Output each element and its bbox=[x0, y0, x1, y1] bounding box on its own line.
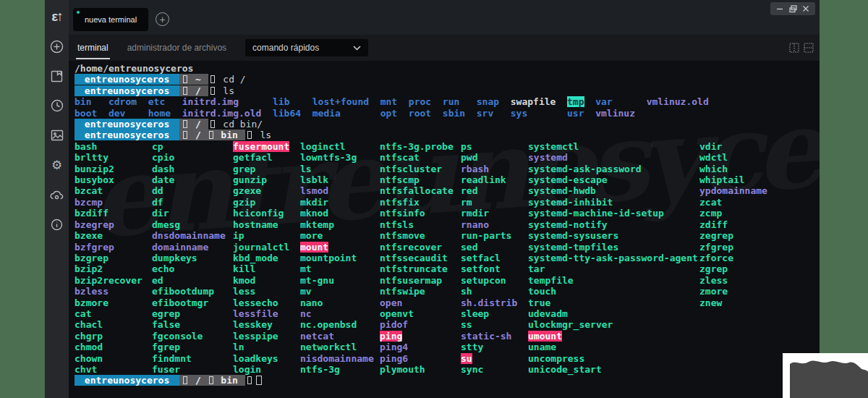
bin-entry: nc.openbsd bbox=[300, 319, 357, 330]
bin-cell: ntfs-3g.probe bbox=[380, 141, 461, 152]
bin-cell: findmnt bbox=[152, 353, 233, 364]
bin-cell: gzip bbox=[233, 197, 300, 208]
bin-entry: red bbox=[461, 185, 477, 196]
bin-entry: ping6 bbox=[380, 353, 408, 364]
bin-cell: zcmp bbox=[699, 208, 820, 219]
ls-entry: snap bbox=[477, 96, 499, 107]
bin-cell bbox=[699, 342, 820, 352]
bin-entry: ps bbox=[461, 141, 472, 152]
bin-entry: unicode_start bbox=[528, 364, 602, 375]
quick-commands-dropdown[interactable]: comando rápidos bbox=[245, 39, 368, 56]
bin-cell: bzcat bbox=[75, 185, 152, 196]
toolbar-tab-file-manager[interactable]: administrador de archivos bbox=[127, 43, 226, 53]
missing-glyph-box bbox=[209, 376, 213, 384]
main-column: nueva terminal + terminal administrador … bbox=[69, 0, 820, 398]
ls-entry: run bbox=[443, 96, 459, 107]
bin-cell: rmdir bbox=[461, 208, 528, 219]
bin-entry: zgrep bbox=[699, 263, 728, 274]
bin-entry: zforce bbox=[699, 253, 733, 263]
bin-cell: bzcmp bbox=[75, 197, 152, 208]
bin-cell: loginctl bbox=[300, 141, 380, 152]
bin-entry: kmod bbox=[233, 275, 255, 286]
bin-entry: systemd-notify bbox=[528, 219, 608, 230]
bin-cell: nisdomainname bbox=[300, 353, 380, 364]
bin-entry: systemd-tty-ask-password-agent bbox=[528, 253, 698, 263]
bin-cell: dumpkeys bbox=[152, 253, 233, 263]
bin-cell: bzdiff bbox=[75, 208, 152, 219]
missing-glyph-box bbox=[183, 376, 187, 384]
bin-entry: umount bbox=[528, 331, 562, 342]
settings-gear-icon[interactable]: ⚙ bbox=[50, 158, 64, 172]
bin-cell: getfacl bbox=[233, 152, 300, 163]
bin-entry: ntfsfix bbox=[380, 197, 420, 208]
split-vertical-icon[interactable] bbox=[789, 43, 799, 53]
ls-entry: lost+found bbox=[312, 96, 369, 107]
bin-entry: systemd bbox=[528, 152, 568, 163]
prompt-path-part: bin bbox=[216, 375, 244, 386]
bin-entry: fgconsole bbox=[152, 331, 203, 342]
bin-cell: kmod bbox=[233, 275, 300, 286]
bin-entry: ip bbox=[233, 230, 244, 241]
new-tab-button[interactable]: + bbox=[156, 12, 169, 26]
window-controls bbox=[770, 2, 815, 15]
bin-cell: df bbox=[152, 197, 233, 208]
restore-button[interactable] bbox=[786, 3, 799, 14]
about-info-icon[interactable] bbox=[50, 217, 64, 232]
bin-cell: bunzip2 bbox=[75, 164, 152, 174]
bin-entry: networkctl bbox=[300, 342, 357, 352]
bin-cell: dnsdomainname bbox=[152, 230, 233, 241]
bin-cell: ntfscluster bbox=[380, 164, 461, 174]
prompt-path-part: / bbox=[190, 375, 206, 386]
ls-entry bbox=[493, 108, 510, 119]
bin-cell: cpio bbox=[152, 152, 233, 163]
bin-entry: chown bbox=[75, 353, 103, 364]
toolbar-tab-terminal[interactable]: terminal bbox=[77, 43, 109, 53]
tab-nueva-terminal[interactable]: nueva terminal bbox=[73, 8, 148, 31]
bin-cell: dd bbox=[152, 185, 233, 196]
close-button[interactable] bbox=[799, 3, 812, 14]
ls-entry: sys bbox=[511, 108, 527, 119]
bin-cell: login bbox=[233, 364, 300, 375]
prompt-path-part: / bbox=[190, 130, 206, 140]
new-terminal-icon[interactable] bbox=[50, 39, 64, 54]
terminal-output[interactable]: entreunosyceros /home/entreunosyceros en… bbox=[69, 61, 820, 398]
bin-cell: cp bbox=[152, 141, 233, 152]
bin-cell: systemd-machine-id-setup bbox=[528, 208, 699, 219]
ls-entry bbox=[171, 108, 182, 119]
thumbnail-image bbox=[783, 353, 868, 398]
ls-entry: bin bbox=[75, 96, 91, 107]
bin-cell: ping4 bbox=[380, 342, 461, 352]
ls-entry bbox=[369, 96, 380, 107]
bin-cell: mkdir bbox=[300, 197, 380, 208]
cloud-sync-icon[interactable] bbox=[50, 187, 64, 202]
ls-entry bbox=[289, 96, 312, 107]
bin-entry: ln bbox=[233, 342, 244, 352]
bin-entry: openvt bbox=[380, 308, 414, 319]
bin-entry: lessfile bbox=[233, 308, 278, 319]
bin-cell: rnano bbox=[461, 219, 528, 230]
bin-cell: setupcon bbox=[461, 275, 528, 286]
bin-cell: dash bbox=[152, 164, 233, 174]
bin-entry: uname bbox=[528, 342, 556, 352]
prompt-path-part: bin bbox=[216, 130, 244, 140]
bin-entry: zdiff bbox=[699, 219, 728, 230]
bin-cell: echo bbox=[152, 263, 233, 274]
bin-cell: more bbox=[300, 230, 380, 241]
bin-cell: rbash bbox=[461, 164, 528, 174]
missing-glyph-box bbox=[210, 120, 215, 128]
tab-activity-dot bbox=[77, 11, 80, 14]
bin-cell: loadkeys bbox=[233, 353, 300, 364]
bin-cell: chgrp bbox=[75, 331, 152, 342]
saved-layouts-icon[interactable] bbox=[50, 69, 64, 83]
ls-entry: home bbox=[148, 108, 171, 119]
bin-entry: cat bbox=[75, 308, 91, 319]
split-horizontal-icon[interactable] bbox=[804, 43, 814, 53]
gallery-icon[interactable] bbox=[50, 128, 64, 143]
bin-cell: systemd-inhibit bbox=[528, 197, 699, 208]
bin-entry: sed bbox=[461, 242, 477, 253]
history-icon[interactable] bbox=[50, 98, 64, 113]
minimize-button[interactable] bbox=[773, 3, 786, 14]
bin-entry: lesskey bbox=[233, 319, 273, 330]
bin-cell: znew bbox=[699, 297, 820, 308]
missing-glyph-box bbox=[183, 75, 187, 83]
